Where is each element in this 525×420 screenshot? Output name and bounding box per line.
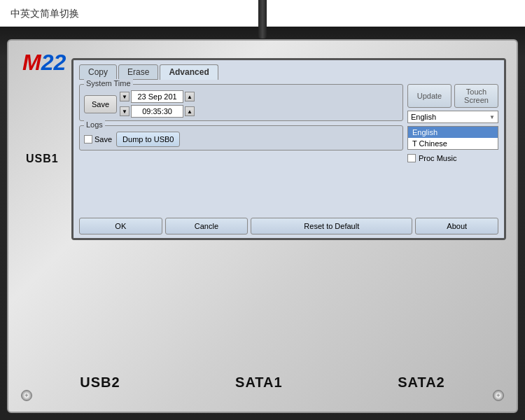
logs-save-label: Save bbox=[84, 135, 112, 144]
system-time-group: System Time Save ▼ 23 Sep 201 ▲ bbox=[79, 84, 403, 121]
logo-22: 22 bbox=[41, 50, 66, 75]
logo: M22 bbox=[22, 51, 66, 74]
silver-panel: M22 USB1 Copy Erase Advanced bbox=[7, 39, 518, 413]
date-field-row: ▼ 23 Sep 201 ▲ bbox=[120, 90, 195, 103]
usb1-label: USB1 bbox=[26, 153, 59, 165]
usb2-label: USB2 bbox=[80, 374, 120, 391]
language-select[interactable]: English ▼ bbox=[407, 111, 498, 123]
right-panel: Update TouchScreen English ▼ English T C… bbox=[407, 84, 498, 215]
system-time-label: System Time bbox=[84, 79, 133, 88]
sata1-label: SATA1 bbox=[235, 374, 283, 391]
time-down-arrow[interactable]: ▼ bbox=[120, 106, 130, 116]
logs-save-text: Save bbox=[94, 135, 112, 144]
tab-advanced[interactable]: Advanced bbox=[160, 64, 218, 80]
cancel-button[interactable]: Cancle bbox=[165, 218, 248, 234]
screen: Copy Erase Advanced System Time Save bbox=[71, 58, 506, 240]
reset-default-button[interactable]: Reset to Default bbox=[251, 218, 412, 234]
logs-label: Logs bbox=[84, 120, 105, 129]
device-body: M22 USB1 Copy Erase Advanced bbox=[0, 27, 525, 420]
proc-music-row: Proc Music bbox=[407, 153, 498, 164]
tabs: Copy Erase Advanced bbox=[79, 64, 498, 80]
logo-m: M bbox=[22, 50, 41, 75]
about-button[interactable]: About bbox=[415, 218, 498, 234]
screw-bottom-right bbox=[493, 390, 504, 401]
time-controls: ▼ 23 Sep 201 ▲ ▼ 09:35:30 ▲ bbox=[120, 90, 195, 118]
date-up-arrow[interactable]: ▲ bbox=[185, 92, 195, 102]
time-up-arrow[interactable]: ▲ bbox=[185, 106, 195, 116]
save-time-button[interactable]: Save bbox=[84, 95, 117, 113]
ok-button[interactable]: OK bbox=[79, 218, 162, 234]
time-row: Save ▼ 23 Sep 201 ▲ ▼ 09:3 bbox=[84, 90, 398, 118]
left-panel: System Time Save ▼ 23 Sep 201 ▲ bbox=[79, 84, 403, 215]
dump-usb-button[interactable]: Dump to USB0 bbox=[116, 132, 180, 147]
update-button[interactable]: Update bbox=[407, 84, 451, 108]
right-btn-row: Update TouchScreen bbox=[407, 84, 498, 108]
language-option-chinese[interactable]: T Chinese bbox=[408, 138, 498, 149]
language-dropdown-list: English T Chinese bbox=[407, 126, 498, 150]
proc-music-checkbox[interactable] bbox=[407, 154, 416, 162]
touch-screen-button[interactable]: TouchScreen bbox=[454, 84, 498, 108]
date-display: 23 Sep 201 bbox=[131, 90, 183, 103]
tab-copy[interactable]: Copy bbox=[79, 64, 117, 80]
logs-row: Save Dump to USB0 bbox=[84, 132, 398, 147]
logs-save-checkbox[interactable] bbox=[84, 135, 92, 144]
screen-content: System Time Save ▼ 23 Sep 201 ▲ bbox=[79, 84, 498, 215]
language-option-english[interactable]: English bbox=[408, 127, 498, 138]
chinese-text: 中英文简单切换 bbox=[10, 8, 79, 20]
dropdown-arrow-icon: ▼ bbox=[489, 114, 495, 120]
tab-erase[interactable]: Erase bbox=[118, 64, 158, 80]
proc-music-label: Proc Music bbox=[419, 154, 456, 162]
screw-bottom-left bbox=[21, 390, 32, 401]
date-down-arrow[interactable]: ▼ bbox=[120, 92, 130, 102]
screen-bottom-buttons: OK Cancle Reset to Default About bbox=[79, 218, 498, 234]
time-display: 09:35:30 bbox=[131, 105, 183, 118]
bottom-labels: USB2 SATA1 SATA2 bbox=[8, 374, 517, 391]
sata2-label: SATA2 bbox=[398, 374, 445, 391]
language-selected-value: English bbox=[411, 113, 436, 121]
logs-group: Logs Save Dump to USB0 bbox=[79, 125, 403, 150]
time-field-row: ▼ 09:35:30 ▲ bbox=[120, 105, 195, 118]
screen-ui: Copy Erase Advanced System Time Save bbox=[74, 60, 504, 238]
cable bbox=[258, 0, 267, 38]
